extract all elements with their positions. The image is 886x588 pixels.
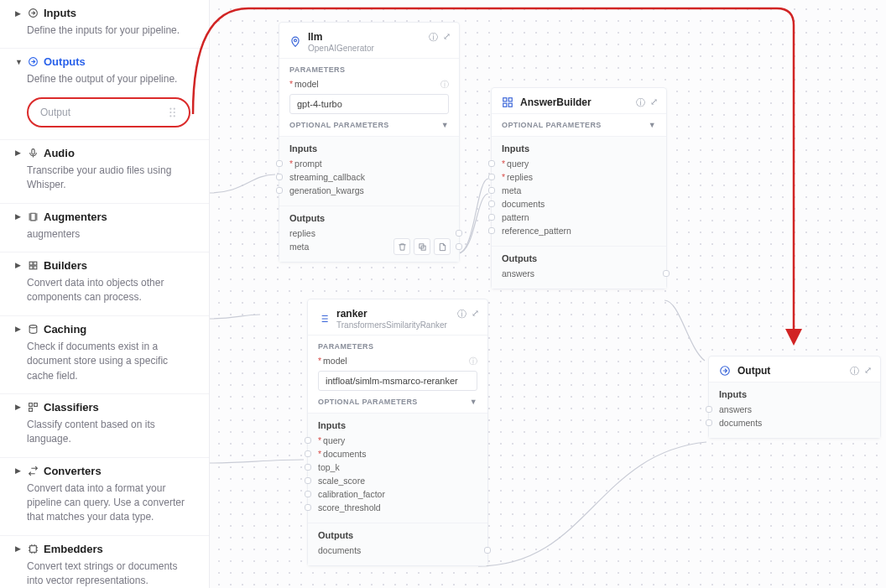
sidebar-desc: Convert data into a format your pipeline… [27,481,194,525]
input-port[interactable] [276,160,283,167]
output-port[interactable] [456,230,462,237]
sidebar-section-builders[interactable]: ▶ Builders Convert data into objects oth… [0,252,209,316]
outputs-header: Outputs [289,213,449,223]
input-port[interactable] [305,491,311,497]
sidebar-section-inputs[interactable]: ▶ Inputs Define the inputs for your pipe… [0,0,209,49]
input-port[interactable] [488,214,495,221]
sidebar-section-classifiers[interactable]: ▶ Classifiers Classify content based on … [0,394,209,458]
chevron-down-icon: ▼ [649,121,656,129]
sidebar-section-audio[interactable]: ▶ Audio Transcribe your audio files usin… [0,140,209,204]
input-port[interactable] [305,450,311,457]
svg-point-5 [174,112,175,113]
sidebar-title: Inputs [44,7,76,19]
io-label: scale_score [318,476,365,486]
caret-right-icon: ▶ [15,9,23,18]
parameters-label: PARAMETERS [318,342,477,351]
io-label: replies [289,228,315,238]
drag-handle-icon[interactable] [169,107,177,118]
output-port[interactable] [484,547,491,554]
model-input[interactable] [289,94,449,114]
delete-button[interactable] [393,238,410,255]
sidebar-title: Classifiers [44,401,99,414]
sidebar-section-embedders[interactable]: ▶ Embedders Convert text strings or docu… [0,536,209,588]
input-port[interactable] [305,504,311,511]
chevron-down-icon: ▼ [470,398,477,406]
svg-rect-14 [29,403,33,407]
output-icon [719,365,731,377]
info-icon[interactable]: ⓘ [457,308,466,320]
sidebar-desc: augmenters [27,227,194,242]
io-label: pattern [502,212,529,222]
caret-right-icon: ▶ [15,148,23,157]
list-icon [318,313,330,325]
io-label: meta [502,185,521,195]
expand-icon[interactable]: ⤢ [443,31,451,44]
node-subtitle: TransformersSimilarityRanker [336,320,447,330]
node-llm[interactable]: llm OpenAIGenerator ⓘ ⤢ PARAMETERS *mode… [279,22,460,263]
output-draggable-item[interactable]: Output [27,97,190,127]
svg-rect-9 [29,262,33,265]
converters-icon [28,466,39,476]
input-port[interactable] [488,160,495,167]
info-icon[interactable]: ⓘ [440,79,449,91]
info-icon[interactable]: ⓘ [850,365,859,377]
svg-rect-12 [34,266,37,269]
inputs-header: Inputs [719,389,870,399]
sidebar-title: Embedders [44,543,103,555]
parameters-label: PARAMETERS [289,65,449,74]
svg-point-3 [174,107,175,109]
chevron-down-icon: ▼ [441,121,449,129]
io-label: meta [289,242,309,252]
sidebar-section-caching[interactable]: ▶ Caching Check if documents exist in a … [0,316,209,394]
optional-params-toggle[interactable]: OPTIONAL PARAMETERS ▼ [289,121,449,129]
svg-rect-24 [503,98,507,101]
input-port[interactable] [488,174,495,180]
classifiers-icon [28,402,39,413]
sidebar-desc: Convert data into objects other componen… [27,276,194,305]
input-port[interactable] [305,477,311,484]
param-model-label: model [294,79,319,89]
sidebar-section-augmenters[interactable]: ▶ Augmenters augmenters [0,204,209,252]
optional-params-toggle[interactable]: OPTIONAL PARAMETERS ▼ [502,121,656,129]
svg-point-21 [294,39,297,42]
expand-icon[interactable]: ⤢ [864,365,872,377]
input-port[interactable] [706,406,712,413]
optional-params-toggle[interactable]: OPTIONAL PARAMETERS ▼ [318,398,477,406]
node-output[interactable]: Output ⓘ ⤢ Inputs answers documents [708,356,881,439]
caret-right-icon: ▶ [15,325,23,333]
sidebar-section-converters[interactable]: ▶ Converters Convert data into a format … [0,458,209,536]
io-label: replies [507,172,533,182]
output-port[interactable] [663,270,670,277]
model-input[interactable] [318,371,477,391]
caret-right-icon: ▶ [15,544,23,553]
io-label: query [507,159,529,169]
info-icon[interactable]: ⓘ [469,356,477,367]
sidebar-title: Audio [44,147,75,159]
inputs-header: Inputs [289,143,449,154]
input-port[interactable] [276,187,283,194]
caret-right-icon: ▶ [15,466,23,475]
input-port[interactable] [305,464,311,471]
input-port[interactable] [488,187,495,194]
node-ranker[interactable]: ranker TransformersSimilarityRanker ⓘ ⤢ … [307,299,488,566]
pipeline-canvas[interactable]: llm OpenAIGenerator ⓘ ⤢ PARAMETERS *mode… [210,0,886,588]
info-icon[interactable]: ⓘ [636,96,645,109]
info-icon[interactable]: ⓘ [429,31,438,44]
sidebar-section-outputs[interactable]: ▼ Outputs Define the output of your pipe… [0,49,209,139]
expand-icon[interactable]: ⤢ [472,308,479,320]
input-port[interactable] [706,419,712,426]
outputs-header: Outputs [502,253,656,263]
expand-icon[interactable]: ⤢ [650,96,658,109]
input-port[interactable] [305,437,311,444]
copy-button[interactable] [414,238,430,255]
io-label: documents [502,199,545,209]
input-port[interactable] [488,200,495,207]
param-model-label: model [323,356,347,366]
input-port[interactable] [488,227,495,234]
sidebar-desc: Transcribe your audio files using Whispe… [27,164,194,193]
input-icon [28,8,39,18]
input-port[interactable] [276,174,283,180]
note-button[interactable] [434,238,451,255]
output-port[interactable] [456,243,462,250]
node-answerbuilder[interactable]: AnswerBuilder ⓘ ⤢ OPTIONAL PARAMETERS ▼ … [491,87,667,289]
